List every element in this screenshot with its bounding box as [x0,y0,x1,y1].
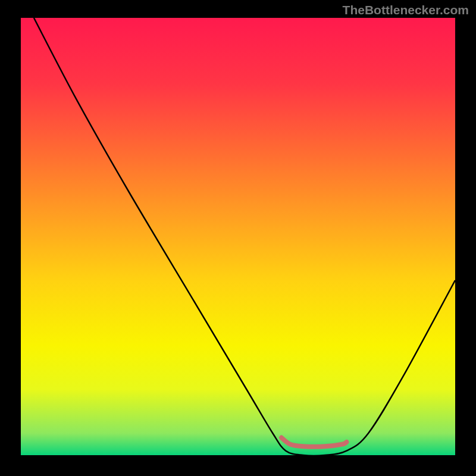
chart-container: TheBottlenecker.com [0,0,476,476]
watermark-text: TheBottlenecker.com [343,3,469,17]
gradient-background [21,18,455,455]
bottleneck-chart [21,18,455,455]
